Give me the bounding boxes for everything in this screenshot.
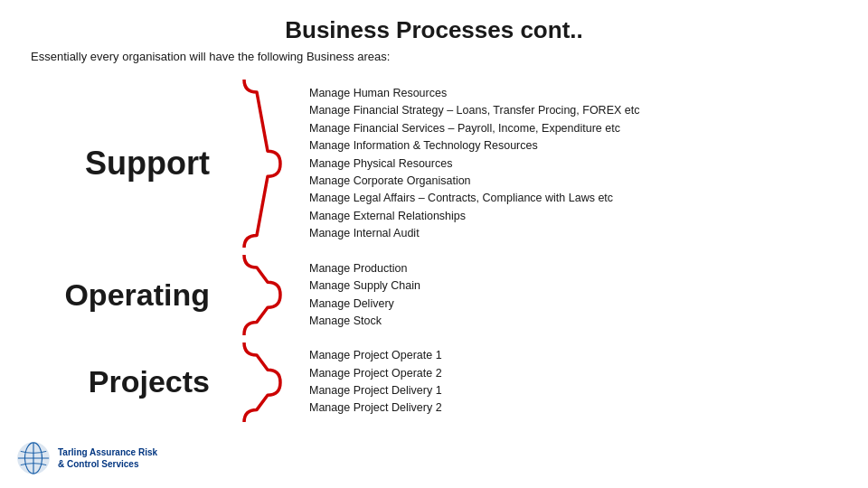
content-area: SupportManage Human ResourcesManage Fina… [27,80,841,422]
brace-operating [217,255,298,334]
item-projects-2: Manage Project Delivery 1 [309,382,442,399]
item-projects-1: Manage Project Operate 2 [309,365,442,382]
category-label-support: Support [27,145,217,183]
item-projects-0: Manage Project Operate 1 [309,347,442,364]
logo-name: Tarling Assurance Risk [58,446,157,458]
items-col-operating: Manage ProductionManage Supply ChainMana… [298,260,420,331]
item-support-8: Manage Internal Audit [309,225,639,242]
item-support-3: Manage Information & Technology Resource… [309,137,639,155]
page-subtitle: Essentially every organisation will have… [31,50,841,63]
item-operating-1: Manage Supply Chain [309,277,420,295]
item-support-5: Manage Corporate Organisation [309,173,639,190]
items-col-support: Manage Human ResourcesManage Financial S… [298,85,639,242]
item-support-1: Manage Financial Strategy – Loans, Trans… [309,102,639,119]
category-label-operating: Operating [27,277,217,313]
logo-text: Tarling Assurance Risk & Control Service… [58,446,157,470]
item-support-2: Manage Financial Services – Payroll, Inc… [309,120,639,137]
brace-svg-projects [217,343,298,422]
page: Business Processes cont.. Essentially ev… [0,0,868,488]
item-support-0: Manage Human Resources [309,85,639,102]
item-support-4: Manage Physical Resources [309,155,639,173]
category-group-projects: ProjectsManage Project Operate 1Manage P… [27,343,442,422]
brace-support [217,80,298,248]
category-group-support: SupportManage Human ResourcesManage Fina… [27,80,639,248]
item-operating-3: Manage Stock [309,313,420,330]
items-col-projects: Manage Project Operate 1Manage Project O… [298,347,442,418]
globe-icon [16,441,51,475]
brace-projects [217,343,298,422]
item-support-7: Manage External Relationships [309,208,639,225]
item-support-6: Manage Legal Affairs – Contracts, Compli… [309,190,639,207]
category-label-projects: Projects [27,364,217,399]
item-operating-2: Manage Delivery [309,296,420,313]
category-group-operating: OperatingManage ProductionManage Supply … [27,255,420,334]
logo-subtitle: & Control Services [58,458,157,470]
page-title: Business Processes cont.. [27,16,841,44]
brace-svg-support [217,80,298,248]
logo-area: Tarling Assurance Risk & Control Service… [16,441,157,475]
brace-svg-operating [217,255,298,334]
item-projects-3: Manage Project Delivery 2 [309,399,442,417]
item-operating-0: Manage Production [309,260,420,277]
